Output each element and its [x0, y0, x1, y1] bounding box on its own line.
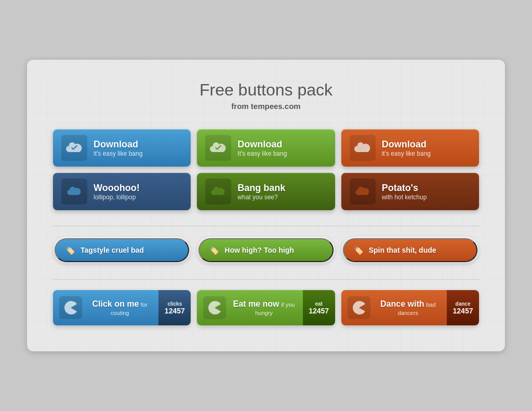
- badge-num: 12457: [165, 307, 185, 315]
- btn-sub: It's easy like bang: [237, 150, 287, 157]
- wooohoo-button[interactable]: Wooohoo! lollipop, lollipop: [53, 173, 191, 210]
- page-subtitle: from tempees.com: [53, 102, 479, 111]
- button-text-area: Wooohoo! lollipop, lollipop: [94, 183, 140, 201]
- dance-button[interactable]: Dance with bad dancers: [341, 290, 447, 325]
- dance-button-wrap: Dance with bad dancers dance 12457: [341, 290, 479, 325]
- button-text-area: Download It's easy like bang: [237, 139, 287, 157]
- button-text-area: Potato's with hot ketchup: [382, 183, 427, 201]
- download-green-button[interactable]: Download It's easy like bang: [197, 129, 335, 167]
- cloud-icon-area: [350, 135, 376, 161]
- pacman-icon: [352, 300, 366, 315]
- button-text-area: Download it's easy like bang: [94, 139, 142, 157]
- btn-sub: what you see?: [237, 194, 277, 201]
- btn-sub: lollipop, lollipop: [94, 194, 136, 201]
- pacman-icon-area: [348, 296, 370, 319]
- btn-title: Potato's: [382, 183, 418, 194]
- clickme-button-wrap: Click on me for couting clicks 12457: [53, 290, 191, 325]
- cloud-icon: [67, 185, 82, 198]
- pacman-icon-area: [59, 296, 82, 319]
- button-text-area: Click on me for couting: [87, 299, 152, 317]
- cloud-icon-area: [61, 135, 87, 161]
- counter-badge: clicks 12457: [158, 290, 191, 325]
- clickme-button[interactable]: Click on me for couting: [53, 290, 158, 325]
- bangbank-button[interactable]: Bang bank what you see?: [197, 173, 335, 210]
- btn-title: Dance with: [380, 299, 424, 308]
- badge-num: 12457: [309, 307, 329, 315]
- btn-sub: with hot ketchup: [382, 194, 427, 201]
- divider-1: [53, 226, 479, 226]
- pacman-icon-area: [203, 296, 226, 319]
- cloud-icon-area: [205, 135, 231, 161]
- tagstyle-button-wrap: 🏷️ Tagstyle cruel bad: [53, 237, 191, 264]
- cloud-icon-area: [61, 179, 87, 204]
- btn-sub: it's easy like bang: [382, 150, 431, 157]
- btn-title: Spin that shit, dude: [369, 246, 436, 254]
- btn-title: Download: [94, 139, 138, 150]
- eatme-button-wrap: Eat me now if you hungry eat 12457: [197, 290, 335, 325]
- btn-sub: it's easy like bang: [94, 150, 142, 157]
- big-button-grid: Download it's easy like bang Download It…: [53, 129, 479, 210]
- button-text-area: Download it's easy like bang: [382, 139, 431, 157]
- counter-button-row: Click on me for couting clicks 12457 Eat…: [53, 290, 479, 325]
- btn-title: Download: [382, 139, 427, 150]
- btn-title: Download: [237, 139, 282, 150]
- howhigh-button-wrap: 🏷️ How high? Too high: [197, 237, 335, 264]
- button-text-area: Eat me now if you hungry: [231, 299, 296, 317]
- potatos-button[interactable]: Potato's with hot ketchup: [341, 173, 479, 210]
- cloud-icon: [66, 141, 83, 155]
- eatme-button[interactable]: Eat me now if you hungry: [197, 290, 302, 325]
- cloud-icon: [211, 185, 225, 198]
- btn-title: Bang bank: [237, 183, 285, 194]
- btn-title: Tagstyle cruel bad: [81, 246, 144, 254]
- cloud-icon: [354, 141, 371, 155]
- tagstyle-button[interactable]: 🏷️ Tagstyle cruel bad: [55, 238, 189, 262]
- spin-button[interactable]: 🏷️ Spin that shit, dude: [343, 238, 477, 262]
- btn-title: How high? Too high: [224, 246, 294, 254]
- badge-label: eat: [315, 301, 322, 307]
- btn-title: Click on me: [92, 299, 139, 308]
- download-blue-button[interactable]: Download it's easy like bang: [53, 129, 191, 167]
- pacman-icon: [63, 300, 78, 315]
- spin-button-wrap: 🏷️ Spin that shit, dude: [341, 237, 479, 264]
- btn-title: Eat me now: [233, 299, 280, 308]
- badge-label: dance: [456, 301, 471, 307]
- cloud-icon-area: [205, 179, 231, 204]
- cloud-icon-area: [350, 179, 376, 204]
- tag-icon: 🏷️: [209, 245, 219, 255]
- button-text-area: Dance with bad dancers: [376, 299, 441, 317]
- cloud-icon: [355, 185, 370, 198]
- badge-label: clicks: [167, 301, 182, 307]
- pacman-icon: [207, 300, 222, 315]
- cloud-icon: [210, 141, 227, 155]
- main-card: Free buttons pack from tempees.com Downl…: [27, 60, 505, 351]
- page-title: Free buttons pack: [53, 80, 479, 100]
- divider-2: [53, 279, 479, 280]
- tag-icon: 🏷️: [65, 245, 75, 255]
- button-text-area: Bang bank what you see?: [237, 183, 285, 201]
- counter-badge: dance 12457: [447, 290, 479, 325]
- download-orange-button[interactable]: Download it's easy like bang: [341, 129, 479, 167]
- counter-badge: eat 12457: [303, 290, 335, 325]
- howhigh-button[interactable]: 🏷️ How high? Too high: [198, 238, 333, 262]
- btn-title: Wooohoo!: [94, 183, 140, 194]
- tag-button-row: 🏷️ Tagstyle cruel bad 🏷️ How high? Too h…: [53, 237, 479, 264]
- badge-num: 12457: [453, 307, 473, 315]
- tag-icon: 🏷️: [353, 245, 364, 255]
